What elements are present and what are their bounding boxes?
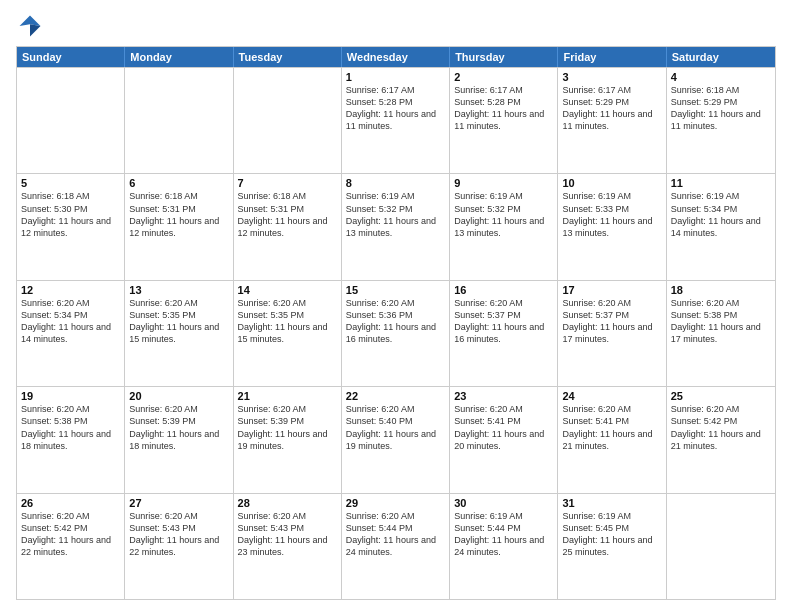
day-number: 27 [129, 497, 228, 509]
calendar-cell: 23Sunrise: 6:20 AM Sunset: 5:41 PM Dayli… [450, 387, 558, 492]
day-info: Sunrise: 6:20 AM Sunset: 5:43 PM Dayligh… [129, 510, 228, 559]
day-info: Sunrise: 6:20 AM Sunset: 5:36 PM Dayligh… [346, 297, 445, 346]
calendar-cell: 29Sunrise: 6:20 AM Sunset: 5:44 PM Dayli… [342, 494, 450, 599]
day-number: 10 [562, 177, 661, 189]
header [16, 12, 776, 40]
day-number: 14 [238, 284, 337, 296]
day-info: Sunrise: 6:20 AM Sunset: 5:37 PM Dayligh… [562, 297, 661, 346]
calendar-body: 1Sunrise: 6:17 AM Sunset: 5:28 PM Daylig… [17, 67, 775, 599]
calendar-cell: 30Sunrise: 6:19 AM Sunset: 5:44 PM Dayli… [450, 494, 558, 599]
day-info: Sunrise: 6:18 AM Sunset: 5:31 PM Dayligh… [238, 190, 337, 239]
calendar-cell: 1Sunrise: 6:17 AM Sunset: 5:28 PM Daylig… [342, 68, 450, 173]
day-info: Sunrise: 6:20 AM Sunset: 5:43 PM Dayligh… [238, 510, 337, 559]
day-number: 19 [21, 390, 120, 402]
day-number: 28 [238, 497, 337, 509]
day-info: Sunrise: 6:20 AM Sunset: 5:35 PM Dayligh… [129, 297, 228, 346]
calendar-cell: 14Sunrise: 6:20 AM Sunset: 5:35 PM Dayli… [234, 281, 342, 386]
calendar-cell: 16Sunrise: 6:20 AM Sunset: 5:37 PM Dayli… [450, 281, 558, 386]
calendar-cell: 21Sunrise: 6:20 AM Sunset: 5:39 PM Dayli… [234, 387, 342, 492]
calendar-cell-empty [17, 68, 125, 173]
calendar-cell: 7Sunrise: 6:18 AM Sunset: 5:31 PM Daylig… [234, 174, 342, 279]
day-info: Sunrise: 6:20 AM Sunset: 5:38 PM Dayligh… [671, 297, 771, 346]
calendar: SundayMondayTuesdayWednesdayThursdayFrid… [16, 46, 776, 600]
day-info: Sunrise: 6:20 AM Sunset: 5:39 PM Dayligh… [129, 403, 228, 452]
day-number: 11 [671, 177, 771, 189]
day-info: Sunrise: 6:20 AM Sunset: 5:35 PM Dayligh… [238, 297, 337, 346]
calendar-header-cell: Thursday [450, 47, 558, 67]
day-info: Sunrise: 6:20 AM Sunset: 5:39 PM Dayligh… [238, 403, 337, 452]
calendar-week: 19Sunrise: 6:20 AM Sunset: 5:38 PM Dayli… [17, 386, 775, 492]
day-info: Sunrise: 6:19 AM Sunset: 5:34 PM Dayligh… [671, 190, 771, 239]
day-number: 21 [238, 390, 337, 402]
day-number: 5 [21, 177, 120, 189]
day-number: 9 [454, 177, 553, 189]
day-info: Sunrise: 6:20 AM Sunset: 5:42 PM Dayligh… [21, 510, 120, 559]
calendar-cell: 25Sunrise: 6:20 AM Sunset: 5:42 PM Dayli… [667, 387, 775, 492]
day-info: Sunrise: 6:20 AM Sunset: 5:42 PM Dayligh… [671, 403, 771, 452]
calendar-cell: 20Sunrise: 6:20 AM Sunset: 5:39 PM Dayli… [125, 387, 233, 492]
calendar-cell: 2Sunrise: 6:17 AM Sunset: 5:28 PM Daylig… [450, 68, 558, 173]
day-info: Sunrise: 6:17 AM Sunset: 5:28 PM Dayligh… [454, 84, 553, 133]
calendar-cell: 22Sunrise: 6:20 AM Sunset: 5:40 PM Dayli… [342, 387, 450, 492]
day-number: 20 [129, 390, 228, 402]
calendar-week: 26Sunrise: 6:20 AM Sunset: 5:42 PM Dayli… [17, 493, 775, 599]
day-number: 3 [562, 71, 661, 83]
day-info: Sunrise: 6:20 AM Sunset: 5:38 PM Dayligh… [21, 403, 120, 452]
page: SundayMondayTuesdayWednesdayThursdayFrid… [0, 0, 792, 612]
calendar-header-cell: Tuesday [234, 47, 342, 67]
day-info: Sunrise: 6:19 AM Sunset: 5:32 PM Dayligh… [454, 190, 553, 239]
calendar-cell: 9Sunrise: 6:19 AM Sunset: 5:32 PM Daylig… [450, 174, 558, 279]
day-number: 15 [346, 284, 445, 296]
calendar-cell: 27Sunrise: 6:20 AM Sunset: 5:43 PM Dayli… [125, 494, 233, 599]
day-info: Sunrise: 6:20 AM Sunset: 5:40 PM Dayligh… [346, 403, 445, 452]
calendar-cell-empty [234, 68, 342, 173]
calendar-cell: 24Sunrise: 6:20 AM Sunset: 5:41 PM Dayli… [558, 387, 666, 492]
calendar-cell: 12Sunrise: 6:20 AM Sunset: 5:34 PM Dayli… [17, 281, 125, 386]
logo [16, 12, 46, 40]
calendar-cell: 15Sunrise: 6:20 AM Sunset: 5:36 PM Dayli… [342, 281, 450, 386]
day-number: 22 [346, 390, 445, 402]
day-number: 26 [21, 497, 120, 509]
calendar-header-cell: Sunday [17, 47, 125, 67]
day-info: Sunrise: 6:17 AM Sunset: 5:29 PM Dayligh… [562, 84, 661, 133]
calendar-cell: 4Sunrise: 6:18 AM Sunset: 5:29 PM Daylig… [667, 68, 775, 173]
day-info: Sunrise: 6:20 AM Sunset: 5:34 PM Dayligh… [21, 297, 120, 346]
calendar-cell: 5Sunrise: 6:18 AM Sunset: 5:30 PM Daylig… [17, 174, 125, 279]
day-info: Sunrise: 6:18 AM Sunset: 5:30 PM Dayligh… [21, 190, 120, 239]
day-info: Sunrise: 6:19 AM Sunset: 5:32 PM Dayligh… [346, 190, 445, 239]
calendar-cell: 10Sunrise: 6:19 AM Sunset: 5:33 PM Dayli… [558, 174, 666, 279]
day-number: 7 [238, 177, 337, 189]
day-info: Sunrise: 6:17 AM Sunset: 5:28 PM Dayligh… [346, 84, 445, 133]
day-number: 31 [562, 497, 661, 509]
day-info: Sunrise: 6:18 AM Sunset: 5:31 PM Dayligh… [129, 190, 228, 239]
day-number: 18 [671, 284, 771, 296]
day-info: Sunrise: 6:19 AM Sunset: 5:45 PM Dayligh… [562, 510, 661, 559]
logo-icon [16, 12, 44, 40]
day-number: 30 [454, 497, 553, 509]
svg-marker-1 [30, 24, 41, 36]
calendar-cell: 3Sunrise: 6:17 AM Sunset: 5:29 PM Daylig… [558, 68, 666, 173]
day-number: 23 [454, 390, 553, 402]
day-info: Sunrise: 6:19 AM Sunset: 5:44 PM Dayligh… [454, 510, 553, 559]
calendar-header-cell: Wednesday [342, 47, 450, 67]
calendar-cell: 6Sunrise: 6:18 AM Sunset: 5:31 PM Daylig… [125, 174, 233, 279]
day-info: Sunrise: 6:20 AM Sunset: 5:37 PM Dayligh… [454, 297, 553, 346]
day-info: Sunrise: 6:20 AM Sunset: 5:41 PM Dayligh… [562, 403, 661, 452]
day-number: 4 [671, 71, 771, 83]
day-number: 8 [346, 177, 445, 189]
day-number: 29 [346, 497, 445, 509]
calendar-cell: 31Sunrise: 6:19 AM Sunset: 5:45 PM Dayli… [558, 494, 666, 599]
calendar-header-cell: Saturday [667, 47, 775, 67]
day-info: Sunrise: 6:20 AM Sunset: 5:44 PM Dayligh… [346, 510, 445, 559]
day-number: 12 [21, 284, 120, 296]
calendar-cell: 11Sunrise: 6:19 AM Sunset: 5:34 PM Dayli… [667, 174, 775, 279]
calendar-cell: 26Sunrise: 6:20 AM Sunset: 5:42 PM Dayli… [17, 494, 125, 599]
day-number: 24 [562, 390, 661, 402]
day-number: 13 [129, 284, 228, 296]
calendar-cell: 28Sunrise: 6:20 AM Sunset: 5:43 PM Dayli… [234, 494, 342, 599]
calendar-cell: 18Sunrise: 6:20 AM Sunset: 5:38 PM Dayli… [667, 281, 775, 386]
calendar-week: 5Sunrise: 6:18 AM Sunset: 5:30 PM Daylig… [17, 173, 775, 279]
day-number: 6 [129, 177, 228, 189]
day-info: Sunrise: 6:20 AM Sunset: 5:41 PM Dayligh… [454, 403, 553, 452]
day-number: 16 [454, 284, 553, 296]
